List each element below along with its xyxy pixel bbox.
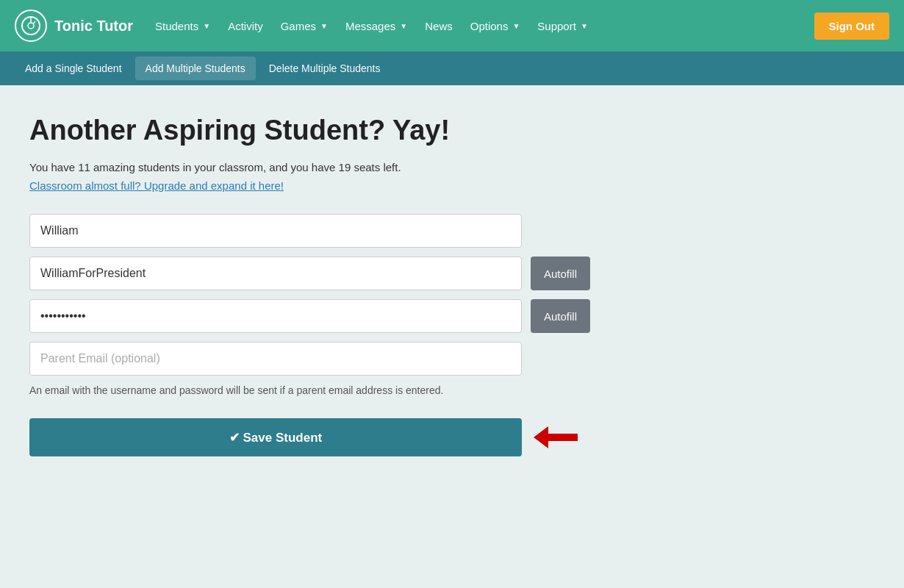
name-row [29,214,632,248]
student-name-input[interactable] [29,214,522,248]
parent-email-row [29,342,632,376]
chevron-down-icon: ▼ [320,22,328,30]
nav-students[interactable]: Students ▼ [148,14,218,38]
sub-nav-delete-multiple[interactable]: Delete Multiple Students [259,57,391,80]
arrow-annotation [534,423,578,452]
username-row: Autofill [29,257,632,290]
chevron-down-icon: ▼ [400,22,407,30]
page-title: Another Aspiring Student? Yay! [29,115,632,146]
password-row: Autofill [29,299,632,333]
logo-area: Tonic Tutor [15,10,133,42]
save-student-button[interactable]: ✔ Save Student [29,418,522,456]
svg-marker-4 [534,426,578,448]
password-input[interactable] [29,299,522,333]
logo-icon [15,10,47,42]
nav-activity[interactable]: Activity [220,14,270,38]
nav-games[interactable]: Games ▼ [273,14,335,38]
student-count-description: You have 11 amazing students in your cla… [29,161,632,173]
email-hint-text: An email with the username and password … [29,384,632,396]
nav-support[interactable]: Support ▼ [530,14,595,38]
username-autofill-button[interactable]: Autofill [531,257,590,290]
upgrade-link[interactable]: Classroom almost full? Upgrade and expan… [29,179,632,192]
sign-out-button[interactable]: Sign Out [814,12,890,40]
save-row: ✔ Save Student [29,418,632,456]
password-autofill-button[interactable]: Autofill [531,299,590,333]
sub-nav-add-single[interactable]: Add a Single Student [15,57,132,80]
chevron-down-icon: ▼ [581,22,588,30]
main-content: Another Aspiring Student? Yay! You have … [0,85,661,486]
parent-email-input[interactable] [29,342,522,376]
svg-line-3 [33,21,35,24]
top-navigation: Tonic Tutor Students ▼ Activity Games ▼ … [0,0,904,51]
nav-options[interactable]: Options ▼ [463,14,528,38]
username-input[interactable] [29,257,522,290]
chevron-down-icon: ▼ [512,22,520,30]
sub-nav-add-multiple[interactable]: Add Multiple Students [135,57,256,80]
chevron-down-icon: ▼ [203,22,210,30]
nav-messages[interactable]: Messages ▼ [338,14,415,38]
app-name: Tonic Tutor [54,18,133,35]
nav-news[interactable]: News [417,14,460,38]
red-arrow-icon [534,423,578,452]
sub-navigation: Add a Single Student Add Multiple Studen… [0,51,904,85]
nav-items: Students ▼ Activity Games ▼ Messages ▼ N… [148,14,814,38]
